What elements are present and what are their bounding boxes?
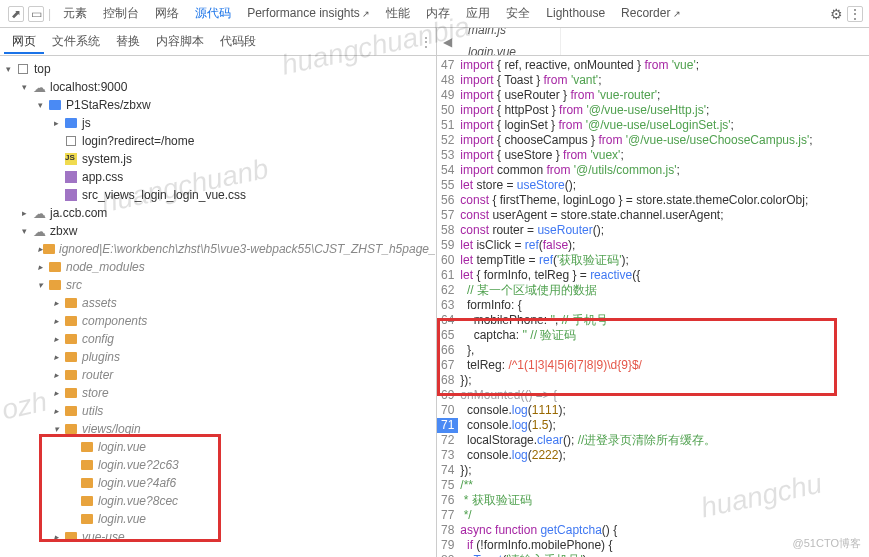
expand-arrow-icon[interactable]: ▾	[54, 424, 64, 434]
code-line[interactable]: import { useRouter } from 'vue-router';	[460, 88, 812, 103]
tree-node[interactable]: ▸node_modules	[0, 258, 436, 276]
expand-arrow-icon[interactable]: ▸	[54, 370, 64, 380]
panel-tab-控制台[interactable]: 控制台	[95, 2, 147, 24]
expand-arrow-icon[interactable]: ▸	[54, 388, 64, 398]
tree-node[interactable]: ▾☁localhost:9000	[0, 78, 436, 96]
settings-icon[interactable]: ⚙	[830, 6, 843, 22]
code-line[interactable]: console.log(2222);	[460, 448, 812, 463]
sources-tab[interactable]: 内容脚本	[148, 30, 212, 52]
panel-tab-元素[interactable]: 元素	[55, 2, 95, 24]
code-line[interactable]: captcha: '' // 验证码	[460, 328, 812, 343]
sources-tab[interactable]: 替换	[108, 30, 148, 52]
sources-tab[interactable]: 文件系统	[44, 30, 108, 52]
tree-node[interactable]: ▸vue-use	[0, 528, 436, 546]
expand-arrow-icon[interactable]: ▾	[38, 100, 48, 110]
code-line[interactable]: let { formInfo, telReg } = reactive({	[460, 268, 812, 283]
tree-node[interactable]: ▸config	[0, 330, 436, 348]
panel-tab-安全[interactable]: 安全	[498, 2, 538, 24]
panel-tab-源代码[interactable]: 源代码	[187, 2, 239, 24]
tree-node[interactable]: login.vue?8cec	[0, 492, 436, 510]
expand-arrow-icon[interactable]: ▸	[54, 406, 64, 416]
expand-arrow-icon[interactable]: ▾	[22, 82, 32, 92]
tree-node[interactable]: ▸store	[0, 384, 436, 402]
code-line[interactable]: async function getCaptcha() {	[460, 523, 812, 538]
panel-tab-Performance insights[interactable]: Performance insights ↗	[239, 2, 378, 24]
code-line[interactable]: mobilePhone: '', // 手机号	[460, 313, 812, 328]
tree-node[interactable]: JSsystem.js	[0, 150, 436, 168]
code-line[interactable]: console.log(1.5);	[460, 418, 812, 433]
expand-arrow-icon[interactable]: ▸	[38, 262, 48, 272]
code-line[interactable]: import { loginSet } from '@/vue-use/useL…	[460, 118, 812, 133]
device-icon[interactable]: ▭	[28, 6, 44, 22]
tree-node[interactable]: ▸plugins	[0, 348, 436, 366]
expand-arrow-icon[interactable]: ▸	[54, 334, 64, 344]
code-line[interactable]: formInfo: {	[460, 298, 812, 313]
code-line[interactable]: });	[460, 463, 812, 478]
code-line[interactable]: },	[460, 343, 812, 358]
tree-node[interactable]: ▾☁zbxw	[0, 222, 436, 240]
tree-node[interactable]: ▸components	[0, 312, 436, 330]
expand-arrow-icon[interactable]: ▾	[22, 226, 32, 236]
expand-arrow-icon[interactable]: ▸	[54, 352, 64, 362]
code-line[interactable]: const router = useRouter();	[460, 223, 812, 238]
panel-tab-内存[interactable]: 内存	[418, 2, 458, 24]
code-line[interactable]: /**	[460, 478, 812, 493]
tree-node[interactable]: ▾views/login	[0, 420, 436, 438]
code-line[interactable]: let tempTitle = ref('获取验证码');	[460, 253, 812, 268]
tree-node[interactable]: ▾top	[0, 60, 436, 78]
file-tree[interactable]: ▾top▾☁localhost:9000▾P1StaRes/zbxw▸jslog…	[0, 56, 437, 557]
code-line[interactable]: import common from '@/utils/common.js';	[460, 163, 812, 178]
tree-node[interactable]: ▸assets	[0, 294, 436, 312]
tree-node[interactable]: login?redirect=/home	[0, 132, 436, 150]
tree-node[interactable]: login.vue	[0, 510, 436, 528]
tree-node[interactable]: ▾src	[0, 276, 436, 294]
code-line[interactable]: const userAgent = store.state.channel.us…	[460, 208, 812, 223]
expand-arrow-icon[interactable]: ▸	[54, 316, 64, 326]
code-line[interactable]: * 获取验证码	[460, 493, 812, 508]
code-line[interactable]: });	[460, 373, 812, 388]
tree-node[interactable]: login.vue	[0, 438, 436, 456]
code-line[interactable]: let store = useStore();	[460, 178, 812, 193]
panel-tab-网络[interactable]: 网络	[147, 2, 187, 24]
code-line[interactable]: import { ref, reactive, onMounted } from…	[460, 58, 812, 73]
code-line[interactable]: localStorage.clear(); //进登录页清除所有缓存。	[460, 433, 812, 448]
tree-node[interactable]: ▸js	[0, 114, 436, 132]
expand-arrow-icon[interactable]: ▸	[54, 532, 64, 542]
code-line[interactable]: // 某一个区域使用的数据	[460, 283, 812, 298]
expand-arrow-icon[interactable]: ▾	[6, 64, 16, 74]
expand-arrow-icon[interactable]: ▾	[38, 280, 48, 290]
tree-node[interactable]: app.css	[0, 168, 436, 186]
code-line[interactable]: import { httpPost } from '@/vue-use/useH…	[460, 103, 812, 118]
tree-node[interactable]: login.vue?2c63	[0, 456, 436, 474]
code-line[interactable]: import { useStore } from 'vuex';	[460, 148, 812, 163]
code-editor[interactable]: 4748495051525354555657585960616263646566…	[437, 56, 869, 557]
panel-tab-Lighthouse[interactable]: Lighthouse	[538, 2, 613, 24]
nav-toggle-icon[interactable]: ◀	[437, 35, 458, 49]
sources-tab[interactable]: 网页	[4, 30, 44, 54]
code-line[interactable]: let isClick = ref(false);	[460, 238, 812, 253]
tree-node[interactable]: ▸ignored|E:\workbench\zhst\h5\vue3-webpa…	[0, 240, 436, 258]
code-content[interactable]: import { ref, reactive, onMounted } from…	[460, 56, 812, 557]
expand-arrow-icon[interactable]: ▸	[22, 208, 32, 218]
tree-node[interactable]: ▸router	[0, 366, 436, 384]
tree-node[interactable]: login.vue?4af6	[0, 474, 436, 492]
code-line[interactable]: const { firstTheme, loginLogo } = store.…	[460, 193, 812, 208]
code-line[interactable]: console.log(1111);	[460, 403, 812, 418]
tree-node[interactable]: ▸☁ja.ccb.com	[0, 204, 436, 222]
panel-tab-应用[interactable]: 应用	[458, 2, 498, 24]
file-tab[interactable]: main.js	[458, 28, 561, 41]
code-line[interactable]: import { Toast } from 'vant';	[460, 73, 812, 88]
file-tab[interactable]: login.vue	[458, 41, 561, 56]
expand-arrow-icon[interactable]: ▸	[54, 118, 64, 128]
panel-tab-性能[interactable]: 性能	[378, 2, 418, 24]
code-line[interactable]: import { chooseCampus } from '@/vue-use/…	[460, 133, 812, 148]
tree-node[interactable]: src_views_login_login_vue.css	[0, 186, 436, 204]
more-icon[interactable]: ⋮	[847, 6, 863, 22]
expand-arrow-icon[interactable]: ▸	[54, 298, 64, 308]
code-line[interactable]: if (!formInfo.mobilePhone) {	[460, 538, 812, 553]
panel-tab-Recorder[interactable]: Recorder ↗	[613, 2, 689, 24]
inspect-icon[interactable]: ⬈	[8, 6, 24, 22]
code-line[interactable]: telReg: /^1(1|3|4|5|6|7|8|9)\d{9}$/	[460, 358, 812, 373]
sources-tab[interactable]: 代码段	[212, 30, 264, 52]
tree-node[interactable]: ▾P1StaRes/zbxw	[0, 96, 436, 114]
